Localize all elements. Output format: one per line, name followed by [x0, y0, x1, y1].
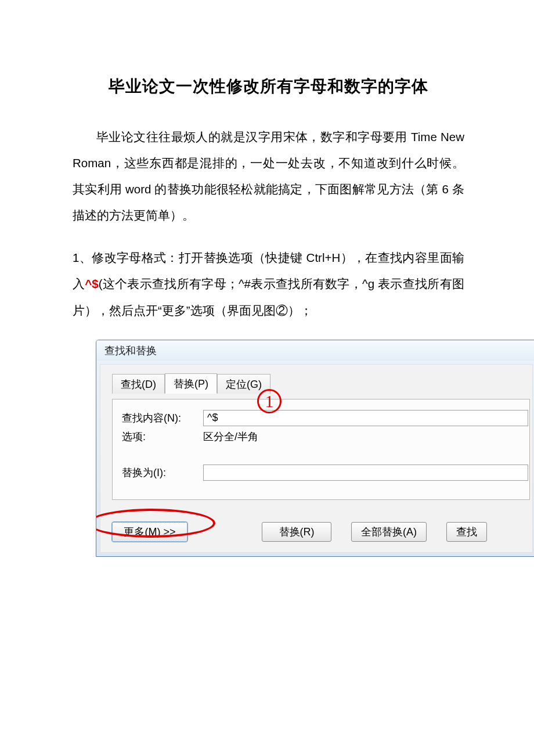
- step1-post: (这个表示查找所有字母；^#表示查找所有数字，^g 表示查找所有图片），然后点开…: [73, 277, 464, 316]
- options-label: 选项:: [122, 430, 203, 444]
- tab-goto-label: 定位(G): [226, 379, 262, 390]
- replace-with-input[interactable]: [203, 465, 528, 481]
- replace-button[interactable]: 替换(R): [262, 522, 331, 542]
- screenshot-figure: 查找和替换 查找(D) 替换(P) 定位(G) 查找内容(N):: [96, 340, 464, 557]
- tab-replace[interactable]: 替换(P): [165, 373, 217, 394]
- options-value: 区分全/半角: [203, 430, 529, 444]
- replace-with-label: 替换为(I):: [122, 466, 203, 480]
- find-replace-dialog: 查找和替换 查找(D) 替换(P) 定位(G) 查找内容(N):: [96, 340, 534, 557]
- doc-title: 毕业论文一次性修改所有字母和数字的字体: [73, 75, 464, 98]
- dialog-button-row: 更多(M) >> 替换(R) 全部替换(A) 查找: [112, 522, 532, 542]
- step1-code: ^$: [85, 277, 98, 290]
- find-next-button[interactable]: 查找: [446, 522, 487, 542]
- tab-find[interactable]: 查找(D): [112, 374, 165, 394]
- paragraph-step1: 1、修改字母格式：打开替换选项（快捷键 Ctrl+H），在查找内容里面输入^$(…: [73, 244, 464, 323]
- tab-replace-label: 替换(P): [174, 378, 208, 390]
- find-what-label: 查找内容(N):: [122, 411, 203, 425]
- tab-find-label: 查找(D): [121, 379, 156, 390]
- find-what-input[interactable]: ^$: [203, 410, 528, 426]
- replace-all-button[interactable]: 全部替换(A): [351, 522, 427, 542]
- replace-panel: 查找内容(N): ^$ 选项: 区分全/半角 替换为(I):: [112, 399, 530, 500]
- paragraph-intro: 毕业论文往往最烦人的就是汉字用宋体，数字和字母要用 Time New Roman…: [73, 124, 464, 228]
- annotation-marker-1: 1: [257, 389, 282, 413]
- dialog-tabs: 查找(D) 替换(P) 定位(G): [112, 373, 532, 393]
- more-button[interactable]: 更多(M) >>: [112, 522, 187, 542]
- dialog-title: 查找和替换: [96, 340, 534, 361]
